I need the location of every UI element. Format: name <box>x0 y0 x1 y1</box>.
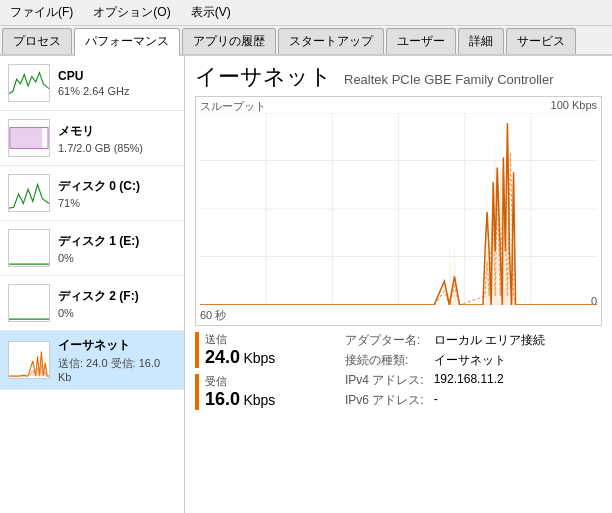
receive-value-row: 16.0 Kbps <box>205 389 275 410</box>
right-panel: イーサネット Realtek PCIe GBE Family Controlle… <box>185 56 612 513</box>
disk2-thumbnail <box>8 284 50 322</box>
svg-rect-3 <box>10 128 42 149</box>
page-title: イーサネット <box>195 62 332 92</box>
adapter-name-label: アダプター名: <box>345 332 424 350</box>
send-indicator <box>195 332 199 368</box>
disk2-info: ディスク 2 (F:) 0% <box>58 288 176 319</box>
receive-value: 16.0 <box>205 389 240 409</box>
cpu-info: CPU 61% 2.64 GHz <box>58 69 176 97</box>
disk1-label: ディスク 1 (E:) <box>58 233 176 250</box>
adapter-name-value: ローカル エリア接続 <box>434 332 545 350</box>
ipv4-value: 192.168.11.2 <box>434 372 545 390</box>
menu-view[interactable]: 表示(V) <box>185 2 237 23</box>
ipv6-label: IPv6 アドレス: <box>345 392 424 410</box>
cpu-label: CPU <box>58 69 176 83</box>
sidebar-item-disk0[interactable]: ディスク 0 (C:) 71% <box>0 166 184 221</box>
receive-unit: Kbps <box>243 392 275 408</box>
ethernet-thumbnail <box>8 341 50 379</box>
disk0-thumbnail <box>8 174 50 212</box>
disk0-label: ディスク 0 (C:) <box>58 178 176 195</box>
tab-users[interactable]: ユーザー <box>386 28 456 54</box>
receive-label: 受信 <box>205 374 275 389</box>
tab-bar: プロセス パフォーマンス アプリの履歴 スタートアップ ユーザー 詳細 サービス <box>0 26 612 56</box>
menu-options[interactable]: オプション(O) <box>87 2 176 23</box>
cpu-thumbnail <box>8 64 50 102</box>
svg-rect-5 <box>9 230 49 266</box>
memory-thumbnail <box>8 119 50 157</box>
page-subtitle: Realtek PCIe GBE Family Controller <box>344 72 554 87</box>
sidebar-item-disk1[interactable]: ディスク 1 (E:) 0% <box>0 221 184 276</box>
memory-label: メモリ <box>58 123 176 140</box>
disk1-info: ディスク 1 (E:) 0% <box>58 233 176 264</box>
main-content: CPU 61% 2.64 GHz メモリ 1.7/2.0 GB (85%) <box>0 56 612 513</box>
tab-process[interactable]: プロセス <box>2 28 72 54</box>
ipv4-label: IPv4 アドレス: <box>345 372 424 390</box>
menu-bar: ファイル(F) オプション(O) 表示(V) <box>0 0 612 26</box>
cpu-sublabel: 61% 2.64 GHz <box>58 85 176 97</box>
ethernet-info: イーサネット 送信: 24.0 受信: 16.0 Kb <box>58 337 176 383</box>
connection-type-label: 接続の種類: <box>345 352 424 370</box>
tab-details[interactable]: 詳細 <box>458 28 504 54</box>
sidebar-item-memory[interactable]: メモリ 1.7/2.0 GB (85%) <box>0 111 184 166</box>
disk1-sublabel: 0% <box>58 252 176 264</box>
receive-stat-content: 受信 16.0 Kbps <box>205 374 275 410</box>
memory-info: メモリ 1.7/2.0 GB (85%) <box>58 123 176 154</box>
sidebar-item-disk2[interactable]: ディスク 2 (F:) 0% <box>0 276 184 331</box>
tab-performance[interactable]: パフォーマンス <box>74 28 180 56</box>
send-value: 24.0 <box>205 347 240 367</box>
info-section: 送信 24.0 Kbps 受信 16.0 Kbps <box>195 332 602 410</box>
memory-sublabel: 1.7/2.0 GB (85%) <box>58 142 176 154</box>
chart-label-100kbps: 100 Kbps <box>551 99 597 111</box>
receive-indicator <box>195 374 199 410</box>
send-unit: Kbps <box>243 350 275 366</box>
send-stat-content: 送信 24.0 Kbps <box>205 332 275 368</box>
throughput-chart: スループット 100 Kbps 0 60 秒 <box>195 96 602 326</box>
ethernet-sublabel: 送信: 24.0 受信: 16.0 Kb <box>58 356 176 383</box>
tab-app-history[interactable]: アプリの履歴 <box>182 28 276 54</box>
svg-marker-18 <box>444 133 597 305</box>
tab-services[interactable]: サービス <box>506 28 576 54</box>
svg-rect-6 <box>9 285 49 321</box>
connection-info: アダプター名: ローカル エリア接続 接続の種類: イーサネット IPv4 アド… <box>345 332 545 410</box>
disk0-info: ディスク 0 (C:) 71% <box>58 178 176 209</box>
disk1-thumbnail <box>8 229 50 267</box>
sidebar-item-cpu[interactable]: CPU 61% 2.64 GHz <box>0 56 184 111</box>
connection-type-value: イーサネット <box>434 352 545 370</box>
disk2-label: ディスク 2 (F:) <box>58 288 176 305</box>
left-panel: CPU 61% 2.64 GHz メモリ 1.7/2.0 GB (85%) <box>0 56 185 513</box>
ipv6-value: - <box>434 392 545 410</box>
disk2-sublabel: 0% <box>58 307 176 319</box>
send-stat: 送信 24.0 Kbps <box>195 332 325 368</box>
send-value-row: 24.0 Kbps <box>205 347 275 368</box>
right-header: イーサネット Realtek PCIe GBE Family Controlle… <box>195 62 602 92</box>
stats-panel: 送信 24.0 Kbps 受信 16.0 Kbps <box>195 332 325 410</box>
ethernet-label: イーサネット <box>58 337 176 354</box>
receive-stat: 受信 16.0 Kbps <box>195 374 325 410</box>
menu-file[interactable]: ファイル(F) <box>4 2 79 23</box>
tab-startup[interactable]: スタートアップ <box>278 28 384 54</box>
chart-label-60sec: 60 秒 <box>200 308 226 323</box>
chart-label-throughput: スループット <box>200 99 266 114</box>
chart-svg <box>200 113 597 305</box>
send-label: 送信 <box>205 332 275 347</box>
sidebar-item-ethernet[interactable]: イーサネット 送信: 24.0 受信: 16.0 Kb <box>0 331 184 390</box>
disk0-sublabel: 71% <box>58 197 176 209</box>
